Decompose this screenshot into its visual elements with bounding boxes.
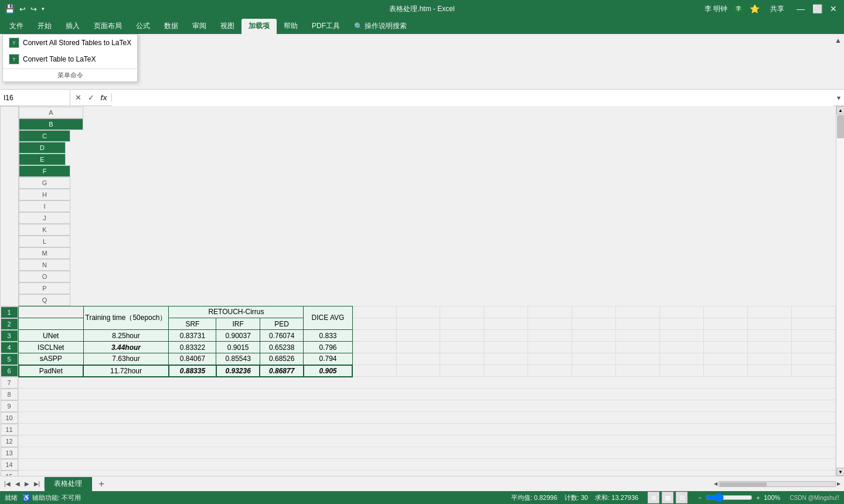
tab-review[interactable]: 审阅 (185, 19, 213, 34)
share-button[interactable]: 共享 (764, 3, 790, 15)
col-header-N[interactable]: N (19, 259, 70, 271)
cell-J6[interactable] (484, 365, 528, 377)
tab-insert[interactable]: 插入 (59, 19, 87, 34)
col-header-M[interactable]: M (19, 247, 70, 259)
cell-A6[interactable]: PadNet (19, 365, 84, 377)
hscroll-right-button[interactable]: ▶ (836, 480, 842, 488)
cell-I5[interactable] (440, 353, 484, 365)
page-break-button[interactable]: ⊟ (676, 492, 688, 503)
cell-I4[interactable] (440, 342, 484, 353)
cell-K2[interactable] (528, 318, 572, 330)
cell-G3[interactable] (352, 330, 396, 342)
cell-H3[interactable] (396, 330, 440, 342)
qat-dropdown[interactable]: ▾ (40, 5, 46, 13)
cell-K1[interactable] (528, 306, 572, 318)
next-sheet-button[interactable]: ▶ (23, 479, 31, 488)
cell-J2[interactable] (484, 318, 528, 330)
cell-Q5[interactable] (791, 353, 835, 365)
cell-C1[interactable]: RETOUCH-Cirrus (169, 306, 304, 318)
cell-P4[interactable] (748, 342, 792, 353)
zoom-out-button[interactable]: － (697, 493, 703, 502)
insert-function-button[interactable]: fx (98, 93, 109, 102)
col-header-E[interactable]: E (19, 154, 66, 165)
cell-C6[interactable]: 0.88335 (169, 365, 216, 377)
cell-K6[interactable] (528, 365, 572, 377)
cell-O2[interactable] (704, 318, 748, 330)
cell-M1[interactable] (616, 306, 660, 318)
col-header-P[interactable]: P (19, 282, 70, 294)
vertical-scrollbar[interactable]: ▲ ▼ (836, 106, 844, 476)
col-header-J[interactable]: J (19, 212, 70, 224)
cell-C3[interactable]: 0.83731 (169, 330, 216, 342)
cell-J4[interactable] (484, 342, 528, 353)
cancel-formula-button[interactable]: ✕ (73, 93, 83, 102)
cell-I1[interactable] (440, 306, 484, 318)
formula-dropdown-button[interactable]: ▾ (833, 94, 844, 102)
cell-F6[interactable]: 0.905 (304, 365, 352, 377)
cell-N5[interactable] (660, 353, 704, 365)
cell-M2[interactable] (616, 318, 660, 330)
tab-pdftool[interactable]: PDF工具 (305, 19, 347, 34)
scroll-thumb[interactable] (837, 115, 844, 138)
cell-L6[interactable] (572, 365, 616, 377)
cell-L1[interactable] (572, 306, 616, 318)
cell-D6[interactable]: 0.93236 (216, 365, 260, 377)
col-header-O[interactable]: O (19, 271, 70, 282)
formula-input[interactable] (112, 90, 833, 106)
cell-A4[interactable]: ISCLNet (19, 342, 84, 353)
cell-N4[interactable] (660, 342, 704, 353)
cell-E3[interactable]: 0.76074 (260, 330, 304, 342)
cell-D5[interactable]: 0.85543 (216, 353, 260, 365)
add-sheet-button[interactable]: + (94, 477, 108, 491)
cell-N1[interactable] (660, 306, 704, 318)
tab-layout[interactable]: 页面布局 (87, 19, 129, 34)
cell-A2[interactable] (19, 318, 84, 330)
col-header-L[interactable]: L (19, 236, 70, 247)
col-header-K[interactable]: K (19, 224, 70, 236)
cell-Q1[interactable] (791, 306, 835, 318)
tab-view[interactable]: 视图 (213, 19, 241, 34)
cell-M6[interactable] (616, 365, 660, 377)
cell-G5[interactable] (352, 353, 396, 365)
scroll-down-button[interactable]: ▼ (836, 468, 844, 476)
col-header-Q[interactable]: Q (19, 294, 70, 306)
cell-O4[interactable] (704, 342, 748, 353)
cell-B1[interactable]: Training time（50epoch） (83, 306, 169, 330)
tab-addins[interactable]: 加载项 (241, 19, 277, 34)
cell-Q4[interactable] (791, 342, 835, 353)
convert-all-stored-button[interactable]: T Convert All Stored Tables to LaTeX (3, 35, 137, 51)
cell-A5[interactable]: sASPP (19, 353, 84, 365)
cell-M3[interactable] (616, 330, 660, 342)
page-layout-button[interactable]: ▦ (662, 492, 673, 503)
col-header-B[interactable]: B (19, 118, 83, 130)
cell-B6[interactable]: 11.72hour (83, 365, 169, 377)
prev-sheet-button[interactable]: ◀ (13, 479, 22, 488)
tab-home[interactable]: 开始 (30, 19, 59, 34)
col-header-A[interactable]: A (19, 107, 83, 118)
zoom-in-button[interactable]: ＋ (755, 493, 761, 502)
cell-O1[interactable] (704, 306, 748, 318)
scroll-track[interactable] (836, 114, 844, 468)
cell-E2[interactable]: PED (260, 318, 304, 330)
hscroll-track[interactable] (719, 481, 836, 487)
cell-H5[interactable] (396, 353, 440, 365)
cell-C2[interactable]: SRF (169, 318, 216, 330)
zoom-slider[interactable] (706, 493, 753, 502)
cell-N2[interactable] (660, 318, 704, 330)
cell-H4[interactable] (396, 342, 440, 353)
cell-Q2[interactable] (791, 318, 835, 330)
close-button[interactable]: ✕ (828, 3, 839, 15)
cell-O3[interactable] (704, 330, 748, 342)
confirm-formula-button[interactable]: ✓ (86, 93, 96, 102)
tab-help[interactable]: 帮助 (277, 19, 305, 34)
cell-H6[interactable] (396, 365, 440, 377)
cell-L3[interactable] (572, 330, 616, 342)
hscroll-left-button[interactable]: ◀ (713, 480, 719, 488)
cell-G4[interactable] (352, 342, 396, 353)
cell-O5[interactable] (704, 353, 748, 365)
cell-P1[interactable] (748, 306, 792, 318)
cell-Q3[interactable] (791, 330, 835, 342)
tab-search[interactable]: 🔍操作说明搜索 (347, 19, 414, 34)
cell-K3[interactable] (528, 330, 572, 342)
cell-J1[interactable] (484, 306, 528, 318)
